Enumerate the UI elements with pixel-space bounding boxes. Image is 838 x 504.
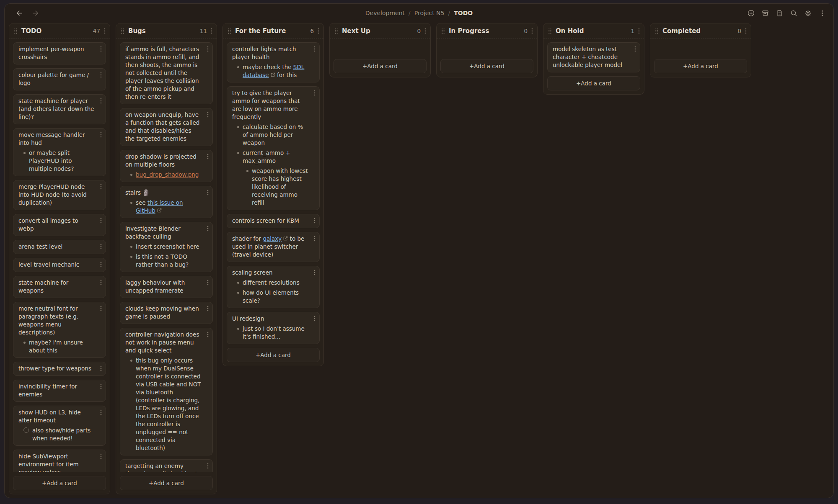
add-card-button[interactable]: +Add a card: [120, 476, 213, 490]
card[interactable]: arena test level: [13, 240, 106, 254]
column-menu-icon[interactable]: [424, 28, 426, 34]
document-icon[interactable]: [775, 9, 784, 18]
column-menu-icon[interactable]: [745, 28, 747, 34]
card[interactable]: if ammo is full, characters stands in am…: [120, 42, 213, 104]
add-card-button[interactable]: +Add a card: [440, 59, 533, 73]
card[interactable]: stairs 🗿see this issue on GitHub: [120, 186, 213, 218]
card[interactable]: targetting an enemy through a wall shoul…: [120, 459, 213, 472]
card-menu-icon[interactable]: [314, 270, 316, 275]
card[interactable]: state machine for weapons: [13, 276, 106, 298]
card-menu-icon[interactable]: [100, 244, 102, 249]
plus-circle-icon[interactable]: [747, 9, 755, 18]
column-menu-icon[interactable]: [318, 28, 319, 34]
card-menu-icon[interactable]: [314, 46, 316, 52]
card[interactable]: merge PlayerHUD node into HUD node (to a…: [13, 180, 106, 210]
card[interactable]: UI redesignjust so I don't assume it's f…: [227, 312, 320, 344]
card[interactable]: laggy behaviour with uncapped framerate: [120, 276, 213, 298]
card-menu-icon[interactable]: [314, 316, 316, 321]
card-menu-icon[interactable]: [207, 280, 209, 285]
search-icon[interactable]: [789, 9, 798, 18]
drag-handle-icon[interactable]: [121, 28, 124, 34]
card[interactable]: more neutral font for paragraph texts (e…: [13, 302, 106, 358]
breadcrumb-item-development[interactable]: Development: [365, 10, 405, 16]
drag-handle-icon[interactable]: [548, 28, 552, 34]
text-segment: arena test level: [18, 243, 62, 250]
add-card-button[interactable]: +Add a card: [13, 476, 106, 490]
card-menu-icon[interactable]: [100, 262, 102, 267]
card[interactable]: shader for galaxy to be used in planet s…: [227, 232, 320, 262]
card-menu-icon[interactable]: [100, 365, 102, 371]
drag-handle-icon[interactable]: [334, 28, 338, 34]
card-menu-icon[interactable]: [207, 306, 209, 311]
checkbox-circle-icon[interactable]: [23, 427, 29, 433]
archive-icon[interactable]: [761, 9, 770, 18]
card[interactable]: invincibility timer for enemies: [13, 380, 106, 402]
card[interactable]: colour palette for game / logo: [13, 68, 106, 90]
add-card-button[interactable]: +Add a card: [334, 59, 427, 73]
card[interactable]: implement per-weapon crosshairs: [13, 42, 106, 64]
card[interactable]: move message handler into hudor maybe sp…: [13, 128, 106, 176]
card[interactable]: controller lights match player healthmay…: [227, 42, 320, 82]
card-link[interactable]: bug_drop_shadow.png: [136, 171, 199, 178]
card-menu-icon[interactable]: [314, 236, 316, 242]
card-menu-icon[interactable]: [207, 226, 209, 231]
card-menu-icon[interactable]: [100, 132, 102, 138]
card[interactable]: drop shadow is projected on multiple flo…: [120, 150, 213, 182]
drag-handle-icon[interactable]: [14, 28, 18, 34]
card-menu-icon[interactable]: [100, 383, 102, 389]
column-menu-icon[interactable]: [638, 28, 640, 34]
more-icon[interactable]: [818, 9, 827, 18]
add-card-button[interactable]: +Add a card: [547, 76, 640, 90]
card-menu-icon[interactable]: [207, 154, 209, 159]
card-menu-icon[interactable]: [207, 112, 209, 118]
card[interactable]: try to give the player ammo for weapons …: [227, 86, 320, 210]
card[interactable]: level travel mechanic: [13, 258, 106, 272]
card-menu-icon[interactable]: [634, 46, 636, 52]
card[interactable]: controller navigation does not work in p…: [120, 328, 213, 455]
card-menu-icon[interactable]: [100, 280, 102, 285]
card-title: state machine for player (and others lat…: [18, 97, 95, 121]
drag-handle-icon[interactable]: [441, 28, 445, 34]
card[interactable]: scaling screendifferent resolutionshow d…: [227, 266, 320, 308]
drag-handle-icon[interactable]: [228, 28, 231, 34]
card-link[interactable]: galaxy: [263, 235, 282, 242]
card[interactable]: thrower type for weapons: [13, 362, 106, 376]
card-menu-icon[interactable]: [100, 98, 102, 104]
card[interactable]: on weapon unequip, have a function that …: [120, 108, 213, 146]
breadcrumb-item-todo[interactable]: TODO: [454, 10, 473, 16]
bullet-dot-icon: [237, 152, 239, 154]
gear-icon[interactable]: [804, 9, 812, 18]
card-menu-icon[interactable]: [314, 218, 316, 224]
card[interactable]: model skeleton as test character + cheat…: [547, 42, 640, 72]
column-count: 47: [93, 28, 100, 34]
card-menu-icon[interactable]: [207, 332, 209, 337]
card-menu-icon[interactable]: [100, 184, 102, 190]
card-menu-icon[interactable]: [207, 463, 209, 469]
card-menu-icon[interactable]: [207, 190, 209, 195]
drag-handle-icon[interactable]: [655, 28, 659, 34]
card-menu-icon[interactable]: [100, 409, 102, 415]
forward-arrow-icon[interactable]: [31, 8, 40, 18]
card-menu-icon[interactable]: [314, 90, 316, 96]
card[interactable]: hide SubViewport environment for item pr…: [13, 450, 106, 472]
card[interactable]: state machine for player (and others lat…: [13, 94, 106, 124]
card-menu-icon[interactable]: [100, 46, 102, 52]
card-menu-icon[interactable]: [100, 306, 102, 311]
column-menu-icon[interactable]: [531, 28, 533, 34]
card-menu-icon[interactable]: [207, 46, 209, 52]
card-menu-icon[interactable]: [100, 218, 102, 224]
card[interactable]: investigate Blender backface cullinginse…: [120, 222, 213, 272]
card[interactable]: controls screen for KBM: [227, 214, 320, 228]
back-arrow-icon[interactable]: [15, 8, 24, 18]
card[interactable]: convert all images to webp: [13, 214, 106, 236]
column-menu-icon[interactable]: [211, 28, 212, 34]
card[interactable]: clouds keep moving when game is paused: [120, 302, 213, 324]
card-menu-icon[interactable]: [100, 72, 102, 78]
card-menu-icon[interactable]: [100, 453, 102, 459]
column-menu-icon[interactable]: [104, 28, 106, 34]
add-card-button[interactable]: +Add a card: [654, 59, 747, 73]
bullet-text: insert screenshot here: [136, 243, 202, 251]
add-card-button[interactable]: +Add a card: [227, 348, 320, 362]
card[interactable]: show HUD on L3, hide after timeoutalso s…: [13, 406, 106, 446]
breadcrumb-item-project-n5[interactable]: Project N5: [414, 10, 445, 16]
